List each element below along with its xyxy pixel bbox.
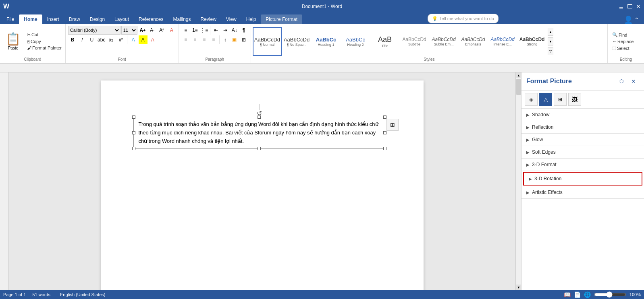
tab-draw[interactable]: Draw [64,14,85,24]
tab-mailings[interactable]: Mailings [168,14,195,24]
bullets-button[interactable]: ≡ [181,26,190,35]
text-highlight-button[interactable]: A [139,35,147,44]
tab-layout[interactable]: Layout [110,14,134,24]
decrease-indent-button[interactable]: ⇤ [212,26,220,35]
maximize-button[interactable]: 🗖 [627,3,633,10]
minimize-ribbon-icon[interactable]: ⌃ [634,16,639,23]
style-heading1[interactable]: AaBbCc Heading 1 [312,27,341,56]
zoom-slider[interactable] [594,291,626,298]
artistic-effects-section-header[interactable]: ▶ Artistic Effects [521,186,644,198]
format-tab-size[interactable]: ⊞ [554,93,567,106]
text-box[interactable]: Trong quá trình soạn thảo văn bản bằng ứ… [133,117,385,149]
styles-more[interactable]: ▽ [548,47,553,55]
style-strong[interactable]: AaBbCcDd Strong [517,27,546,56]
style-subtle-em[interactable]: AaBbCcDd Subtle Em... [429,27,458,56]
style-heading2[interactable]: AaBbCc Heading 2 [341,27,370,56]
styles-scroll-down[interactable]: ▼ [548,37,553,45]
numbering-button[interactable]: 1≡ [191,26,199,35]
font-family-select[interactable]: Calibri (Body) [68,26,120,35]
glow-section-header[interactable]: ▶ Glow [521,134,644,146]
tab-help[interactable]: Help [241,14,261,24]
handle-br[interactable] [383,147,386,150]
strikethrough-button[interactable]: abc [97,35,106,44]
align-left-button[interactable]: ≡ [181,35,190,44]
italic-button[interactable]: I [78,35,87,44]
reflection-section-header[interactable]: ▶ Reflection [521,121,644,133]
handle-mr[interactable] [383,131,386,134]
close-button[interactable]: ✕ [636,3,641,10]
account-icon[interactable]: 👤 [624,15,633,24]
text-effects-button[interactable]: A [129,35,138,44]
text-box-container[interactable]: ↺ [133,117,385,149]
style-emphasis[interactable]: AaBbCcDd Emphasis [459,27,488,56]
tab-references[interactable]: References [134,14,168,24]
font-color-button[interactable]: A [148,35,157,44]
find-button[interactable]: 🔍 Find [611,32,641,38]
web-layout-button[interactable]: 🌐 [584,291,591,298]
clear-formatting-button[interactable]: A [167,26,176,35]
vertical-scrollbar[interactable]: ▲ ▼ [515,72,521,290]
line-spacing-button[interactable]: ↕ [221,35,230,44]
format-tab-picture[interactable]: 🖼 [568,93,581,106]
sort-button[interactable]: A↓ [230,26,239,35]
format-painter-button[interactable]: 🖌 Format Painter [26,45,63,51]
format-tab-fill[interactable]: ◈ [525,93,538,106]
align-right-button[interactable]: ≡ [200,35,209,44]
layout-options-icon[interactable]: ⊞ [386,119,399,131]
select-button[interactable]: ⬚ Select [611,45,641,51]
handle-tl[interactable] [132,115,135,119]
superscript-button[interactable]: x² [116,35,125,44]
sidebar-expand-button[interactable]: ⬡ [616,76,627,87]
read-mode-button[interactable]: 📖 [564,291,571,298]
font-size-select[interactable]: 11 [121,26,137,35]
increase-indent-button[interactable]: ⇥ [221,26,230,35]
style-subtitle[interactable]: AaBbCcDd Subtitle [400,27,429,56]
print-layout-button[interactable]: 📄 [574,291,581,298]
tab-review[interactable]: Review [196,14,221,24]
style-title[interactable]: AaB Title [370,27,399,56]
copy-button[interactable]: ⎘ Copy [26,39,63,44]
tab-picture-format[interactable]: Picture Format [261,14,302,24]
paste-button[interactable]: 📋 Paste [2,26,24,56]
shading-button[interactable]: ▣ [230,35,239,44]
style-no-spacing[interactable]: AaBbCcDd ¶ No Spac... [282,27,311,56]
scroll-down-button[interactable]: ▼ [516,285,521,290]
3d-format-section-header[interactable]: ▶ 3-D Format [521,159,644,171]
sidebar-close-button[interactable]: ✕ [628,76,639,87]
minimize-button[interactable]: 🗕 [618,3,624,10]
tab-design[interactable]: Design [85,14,110,24]
tab-insert[interactable]: Insert [42,14,64,24]
handle-bl[interactable] [132,147,135,150]
underline-button[interactable]: U [87,35,96,44]
handle-tr[interactable] [383,115,386,119]
scroll-thumb[interactable] [516,79,521,95]
tell-me-bar[interactable]: 💡 Tell me what you want to do [428,14,499,23]
cut-button[interactable]: ✂ Cut [26,32,63,38]
tab-view[interactable]: View [221,14,241,24]
handle-tm[interactable] [258,115,261,119]
document-scroll-area[interactable]: ↺ [9,72,515,290]
increase-font-button[interactable]: A+ [138,26,147,35]
tab-home[interactable]: Home [19,14,42,24]
shadow-section-header[interactable]: ▶ Shadow [521,109,644,121]
decrease-font-button[interactable]: A- [148,26,157,35]
style-intense-e[interactable]: AaBbCcDd Intense E... [488,27,517,56]
3d-rotation-section-header[interactable]: ▶ 3-D Rotation [524,173,642,185]
replace-button[interactable]: ↔ Replace [611,39,641,44]
scroll-up-button[interactable]: ▲ [516,72,521,78]
tab-file[interactable]: File [2,14,19,24]
change-case-button[interactable]: Aᵃ [158,26,166,35]
subscript-button[interactable]: x₂ [107,35,116,44]
borders-button[interactable]: ⊞ [239,35,248,44]
format-tab-effects[interactable]: △ [539,93,552,106]
align-center-button[interactable]: ≡ [191,35,199,44]
bold-button[interactable]: B [68,35,77,44]
handle-bm[interactable] [258,147,261,150]
styles-scroll-up[interactable]: ▲ [548,28,553,36]
soft-edges-section-header[interactable]: ▶ Soft Edges [521,146,644,158]
justify-button[interactable]: ≡ [209,35,218,44]
style-normal[interactable]: AaBbCcDd ¶ Normal [253,27,282,56]
multilevel-button[interactable]: ⋮≡ [200,26,209,35]
handle-ml[interactable] [132,131,135,134]
show-formatting-button[interactable]: ¶ [239,26,248,35]
